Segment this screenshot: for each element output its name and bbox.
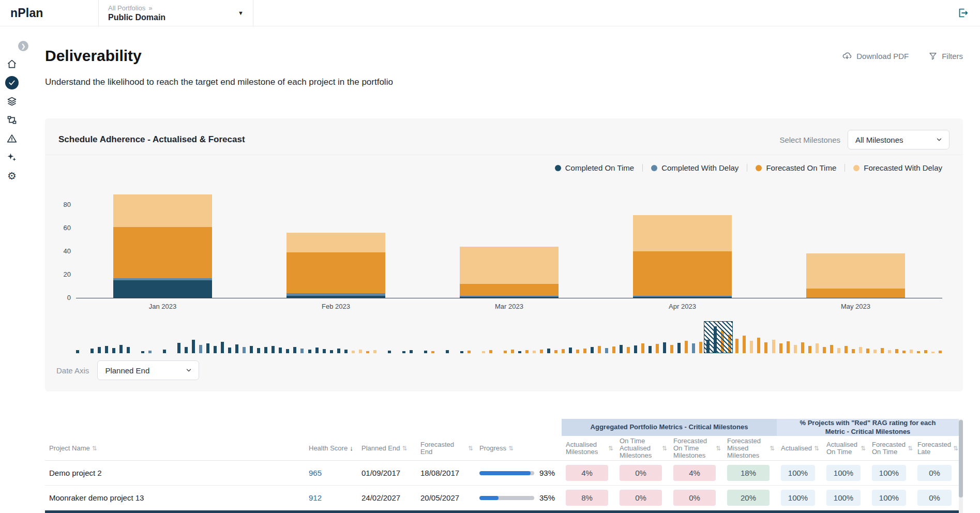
column-header-planned-end[interactable]: Planned End⇅ [357,445,416,452]
sidebar-item-risks[interactable] [5,132,19,145]
sidebar-item-insights[interactable] [5,150,19,164]
minimap-bar [677,343,681,353]
legend-item-completed-on-time: Completed On Time [555,163,634,172]
bar-series [76,188,942,298]
chevron-down-icon [936,136,943,143]
forecasted-with-delay-segment [113,194,212,227]
column-header-forecasted-end[interactable]: Forecasted End⇅ [416,441,475,456]
sidebar-expand-button[interactable]: ❯ [18,41,28,51]
column-header-progress[interactable]: Progress⇅ [475,445,562,452]
sidebar-item-deliverability[interactable] [5,76,19,89]
minimap-bar [924,350,927,353]
sidebar-item-home[interactable] [5,57,19,71]
metric-badge: 100% [781,465,815,481]
minimap-bar [540,350,543,353]
breadcrumb-parent[interactable]: All Portfolios [108,4,145,12]
minimap-bar [917,351,920,353]
sort-icon: ⇅ [861,445,866,452]
column-header-label: Forecasted Late [917,441,951,456]
column-header-forecasted-on-time[interactable]: Forecasted On Time⇅ [868,441,913,456]
metric-cell: 100% [777,486,822,510]
sidebar-item-portfolios[interactable] [5,95,19,108]
minimap-bar [569,348,572,353]
planned-end-cell: 24/02/2027 [357,486,416,510]
sort-icon: ⇅ [716,445,721,452]
metric-badge: 4% [566,465,608,481]
y-axis-tick: 60 [52,224,71,232]
scrollbar-thumb[interactable] [959,420,963,497]
legend-divider [642,164,643,172]
health-score-cell: 912 [305,486,357,510]
sidebar: ❯ ⚙ [0,26,24,513]
minimap-bar [468,351,471,353]
x-axis-label: Jan 2023 [113,303,212,310]
column-header-forecasted-late[interactable]: Forecasted Late⇅ [913,441,959,456]
metric-cell: 100% [868,486,913,510]
chevron-down-icon: ▼ [238,10,244,16]
logout-button[interactable] [957,7,969,19]
milestones-select[interactable]: All Milestones [848,130,949,149]
bar-feb-2023[interactable] [287,188,385,298]
table-row[interactable]: Moonraker demo project 1391224/02/202720… [45,486,963,510]
minimap-bar [866,349,869,353]
download-pdf-button[interactable]: Download PDF [842,51,909,61]
column-header-on-time-actualised-milestones[interactable]: On Time Actualised Milestones⇅ [615,437,669,459]
sort-icon: ⇅ [662,445,667,452]
column-header-label: Actualised [781,445,812,452]
portfolio-selector[interactable]: All Portfolios » Public Domain ▼ [98,0,253,26]
metric-cell: 4% [562,461,615,485]
health-score-link[interactable]: 912 [309,493,322,502]
minimap-bar [373,350,376,353]
legend-dot-icon [555,165,561,171]
bar-may-2023[interactable] [806,188,905,298]
home-icon [7,59,17,69]
column-header-actualised-milestones[interactable]: Actualised Milestones⇅ [562,441,615,456]
minimap-bar [308,350,311,353]
x-axis: Jan 2023Feb 2023Mar 2023Apr 2023May 2023 [76,303,942,310]
minimap-bar [939,351,942,353]
minimap-bar [801,342,804,353]
select-milestones-label: Select Milestones [779,135,840,144]
column-header-actualised[interactable]: Actualised⇅ [777,445,822,452]
column-header-label: Project Name [49,445,90,452]
column-header-forecasted-on-time-milestones[interactable]: Forecasted On Time Milestones⇅ [669,437,723,459]
minimap-bar [460,351,463,353]
minimap-bar [177,343,180,353]
table-row[interactable]: Demo project 296501/09/201718/08/201793%… [45,461,963,486]
filters-button[interactable]: Filters [928,51,963,61]
minimap-bar [554,350,557,353]
minimap-bar [359,350,362,353]
forecasted-on-time-segment [633,251,732,296]
column-header-health-score[interactable]: Health Score↓ [305,445,357,452]
forecasted-end-cell: 18/08/2017 [416,461,475,485]
sidebar-item-milestones[interactable] [5,113,19,127]
metric-cell: 18% [723,461,777,485]
y-axis-tick: 40 [52,247,71,255]
bar-apr-2023[interactable] [633,188,732,298]
card-title: Schedule Adherence - Actualised & Foreca… [58,134,245,145]
warning-triangle-icon [7,133,17,144]
completed-on-time-segment [460,297,559,298]
minimap-selection-brush[interactable] [704,321,733,353]
health-score-link[interactable]: 965 [309,469,322,477]
metric-cell: 0% [615,461,669,485]
column-header-actualised-on-time[interactable]: Actualised On Time⇅ [822,441,868,456]
sort-icon: ⇅ [770,445,775,452]
table-vertical-scrollbar[interactable] [959,419,963,513]
bar-mar-2023[interactable] [460,188,559,298]
minimap-bar [112,348,115,353]
date-distribution-minimap[interactable] [76,321,942,353]
minimap-bar [902,351,906,353]
bar-jan-2023[interactable] [113,188,212,298]
project-name-cell: Moonraker demo project 13 [45,486,305,510]
date-axis-select[interactable]: Planned End [97,360,199,380]
table-header-row: Project Name⇅Health Score↓Planned End⇅Fo… [45,436,963,461]
minimap-bar [315,348,319,353]
column-header-label: Forecasted On Time Milestones [673,437,714,459]
column-header-forecasted-missed-milestones[interactable]: Forecasted Missed Milestones⇅ [723,437,777,459]
check-circle-icon [8,79,16,86]
column-header-project-name[interactable]: Project Name⇅ [45,445,305,452]
date-axis-select-value: Planned End [105,366,149,375]
sidebar-item-settings[interactable]: ⚙ [5,169,19,183]
minimap-bar [583,349,586,353]
